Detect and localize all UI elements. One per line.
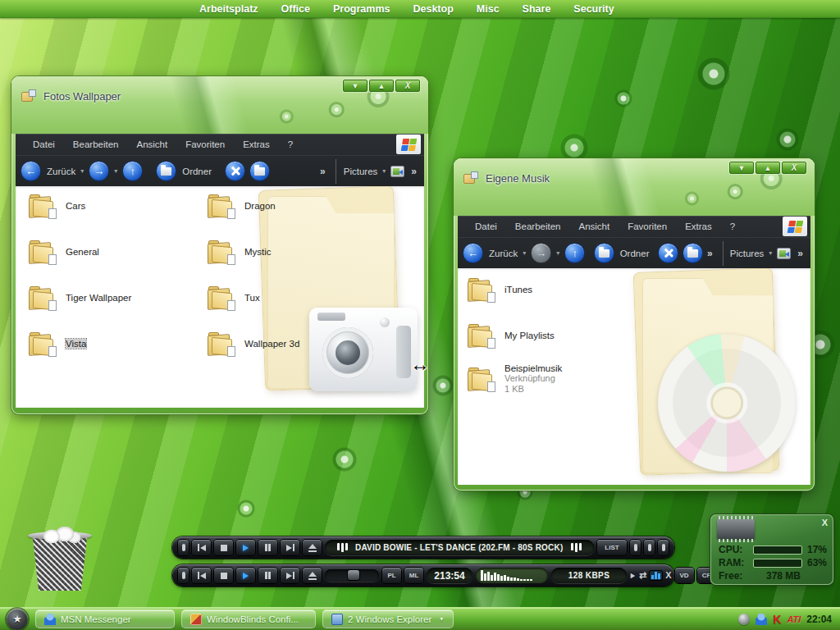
- forward-button[interactable]: →: [89, 161, 109, 181]
- folder-item-mystic[interactable]: Mystic: [206, 239, 272, 265]
- folder-sync-button[interactable]: [249, 161, 270, 181]
- video-button[interactable]: VD: [675, 568, 694, 583]
- folder-item-my-playlists[interactable]: My Playlists: [466, 322, 555, 349]
- playlist-editor-button[interactable]: PL: [382, 568, 401, 583]
- tray-ati-icon[interactable]: ATI: [787, 614, 801, 625]
- taskbar-item-msn-messenger[interactable]: MSN Messenger: [36, 610, 174, 628]
- maximize-button[interactable]: ▲: [756, 162, 780, 174]
- address-overflow-icon[interactable]: »: [411, 166, 417, 177]
- winamp-menu-button[interactable]: [178, 568, 189, 583]
- top-menu-item-office[interactable]: Office: [281, 3, 310, 15]
- folder-item-wallpaper-3d[interactable]: Wallpaper 3d: [206, 331, 299, 357]
- visualizer-icon[interactable]: [650, 571, 662, 580]
- shuffle-icon[interactable]: X: [665, 571, 671, 580]
- eject-button[interactable]: [303, 568, 322, 583]
- top-menu-item-arbeitsplatz[interactable]: Arbeitsplatz: [199, 3, 258, 15]
- top-menu-item-programms[interactable]: Programms: [333, 3, 390, 15]
- taskbar-item-windows-explorer-group[interactable]: 2 Windows Explorer ▾: [323, 610, 453, 628]
- tray-msn-icon[interactable]: [756, 614, 767, 625]
- tray-status-icon[interactable]: [738, 614, 750, 625]
- menu-bearbeiten[interactable]: Bearbeiten: [506, 221, 570, 231]
- back-dropdown-icon[interactable]: ▾: [523, 249, 526, 257]
- window-controls: ▼ ▲ X: [342, 79, 421, 93]
- folder-item-dragon[interactable]: Dragon: [206, 193, 276, 219]
- top-menu-item-misc[interactable]: Misc: [477, 3, 500, 15]
- winamp-small-button-3[interactable]: [658, 540, 669, 555]
- address-dropdown[interactable]: Pictures ▾: [730, 248, 792, 259]
- menu-datei[interactable]: Datei: [466, 221, 506, 231]
- winamp-small-button-1[interactable]: [630, 540, 641, 555]
- menu-bearbeiten[interactable]: Bearbeiten: [64, 139, 128, 149]
- tools-button[interactable]: [658, 243, 678, 263]
- volume-slider[interactable]: [325, 569, 379, 582]
- media-library-button[interactable]: ML: [404, 568, 423, 583]
- stop-button[interactable]: [214, 540, 233, 555]
- taskbar: ★ MSN Messenger WindowBlinds Confi... 2 …: [0, 607, 840, 630]
- folder-item-cars[interactable]: Cars: [27, 193, 85, 219]
- menu-extras[interactable]: Extras: [234, 139, 279, 149]
- folder-item-tiger-wallpaper[interactable]: Tiger Wallpaper: [27, 285, 131, 311]
- pause-button[interactable]: [258, 568, 277, 583]
- menu-help[interactable]: ?: [721, 221, 744, 231]
- folder-sync-button[interactable]: [682, 243, 703, 263]
- previous-button[interactable]: [192, 568, 211, 583]
- taskbar-item-windowblinds[interactable]: WindowBlinds Confi...: [182, 610, 315, 628]
- up-button[interactable]: ↑: [122, 161, 143, 181]
- menu-datei[interactable]: Datei: [24, 139, 64, 149]
- back-button[interactable]: ←: [21, 161, 41, 181]
- folder-item-itunes[interactable]: iTunes: [466, 276, 532, 303]
- folders-button[interactable]: [156, 161, 176, 181]
- back-dropdown-icon[interactable]: ▾: [80, 167, 84, 175]
- folder-item-vista[interactable]: Vista: [27, 331, 86, 357]
- top-menu-item-share[interactable]: Share: [523, 3, 551, 15]
- top-menu-item-desktop[interactable]: Desktop: [413, 3, 453, 15]
- folder-item-beispielmusik[interactable]: Beispielmusik Verknüpfung 1 KB: [466, 363, 562, 395]
- repeat-icon[interactable]: ⇄: [639, 571, 646, 580]
- winamp-menu-button[interactable]: [178, 540, 189, 555]
- tray-kaspersky-icon[interactable]: K: [773, 614, 781, 625]
- address-dropdown[interactable]: Pictures ▾: [344, 166, 405, 177]
- toolbar-overflow-icon[interactable]: »: [707, 248, 713, 259]
- back-button[interactable]: ←: [463, 243, 483, 263]
- volume-knob[interactable]: [348, 570, 359, 580]
- next-button[interactable]: [281, 568, 299, 583]
- address-overflow-icon[interactable]: »: [797, 248, 803, 259]
- folder-item-general[interactable]: General: [27, 239, 99, 265]
- playlist-list-button[interactable]: LIST: [597, 540, 627, 555]
- next-button[interactable]: [281, 540, 299, 555]
- widget-close-icon[interactable]: X: [822, 518, 828, 527]
- folders-button[interactable]: [594, 243, 614, 263]
- menu-favoriten[interactable]: Favoriten: [176, 139, 234, 149]
- menu-extras[interactable]: Extras: [676, 221, 721, 231]
- eject-button[interactable]: [303, 540, 322, 555]
- menu-ansicht[interactable]: Ansicht: [569, 221, 619, 231]
- start-button[interactable]: ★: [7, 609, 28, 630]
- folder-item-tux[interactable]: Tux: [206, 285, 260, 311]
- picture-go-icon[interactable]: [390, 166, 404, 177]
- maximize-button[interactable]: ▲: [369, 80, 394, 92]
- up-button[interactable]: ↑: [564, 243, 585, 263]
- toolbar-overflow-icon[interactable]: »: [320, 166, 326, 177]
- play-button[interactable]: [236, 540, 255, 555]
- titlebar-fotos[interactable]: Fotos Wallpaper ▼ ▲ X: [11, 76, 428, 134]
- tools-button[interactable]: [225, 161, 245, 181]
- forward-dropdown-icon[interactable]: ▾: [556, 249, 559, 257]
- recycle-bin-icon[interactable]: [26, 527, 94, 596]
- menu-ansicht[interactable]: Ansicht: [127, 139, 176, 149]
- close-button[interactable]: X: [395, 80, 420, 92]
- winamp-small-button-2[interactable]: [644, 540, 655, 555]
- task-group-dropdown-icon[interactable]: ▾: [440, 615, 443, 623]
- pause-button[interactable]: [258, 540, 277, 555]
- play-button[interactable]: [236, 568, 255, 583]
- top-menu-item-security[interactable]: Security: [573, 3, 614, 15]
- titlebar-musik[interactable]: Eigene Musik ▼ ▲ X: [454, 158, 815, 216]
- previous-button[interactable]: [192, 540, 211, 555]
- stop-button[interactable]: [214, 568, 233, 583]
- minimize-button[interactable]: ▼: [343, 80, 368, 92]
- close-button[interactable]: X: [782, 162, 806, 174]
- menu-help[interactable]: ?: [279, 139, 302, 149]
- menu-favoriten[interactable]: Favoriten: [619, 221, 676, 231]
- forward-dropdown-icon[interactable]: ▾: [114, 167, 117, 175]
- minimize-button[interactable]: ▼: [729, 162, 754, 174]
- picture-go-icon[interactable]: [777, 248, 791, 259]
